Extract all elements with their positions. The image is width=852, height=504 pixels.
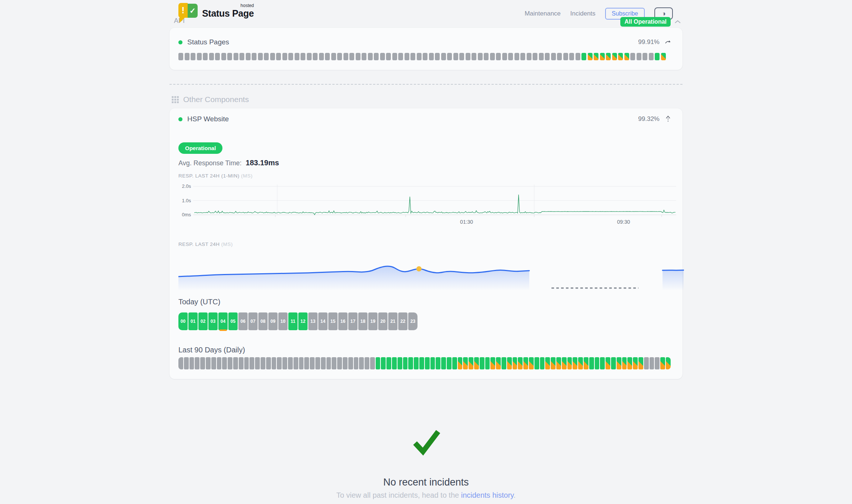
uptime-bar[interactable] [228,357,232,369]
hour-cell[interactable]: 06 [238,312,248,330]
uptime-bar[interactable] [527,53,531,60]
uptime-bar[interactable] [307,53,312,60]
uptime-bar[interactable] [539,53,544,60]
uptime-bar[interactable] [414,357,419,369]
uptime-bar[interactable] [569,53,574,60]
hour-cell[interactable]: 09 [268,312,278,330]
uptime-bar[interactable] [272,357,276,369]
uptime-bar[interactable] [203,53,208,60]
uptime-bar[interactable] [435,53,440,60]
incidents-history-link[interactable]: incidents history [461,491,514,499]
uptime-bar[interactable] [436,357,440,369]
uptime-bar[interactable] [466,53,470,60]
uptime-bar[interactable] [249,357,254,369]
uptime-bar[interactable] [478,53,483,60]
uptime-bar[interactable] [211,357,216,369]
uptime-bar[interactable] [380,53,385,60]
uptime-bar[interactable] [425,357,430,369]
uptime-bar[interactable] [185,53,189,60]
uptime-bar[interactable] [637,53,641,60]
uptime-bar[interactable] [638,357,643,369]
uptime-bar[interactable] [644,357,649,369]
uptime-bar[interactable] [261,357,265,369]
uptime-bar[interactable] [234,53,238,60]
hour-cell[interactable]: 12 [298,312,308,330]
uptime-bar[interactable] [264,53,269,60]
uptime-bar[interactable] [463,357,468,369]
uptime-bar[interactable] [423,53,427,60]
uptime-bar[interactable] [529,357,534,369]
uptime-bar[interactable] [189,357,194,369]
uptime-bar[interactable] [540,357,545,369]
brand[interactable]: ! ✓ hosted Status Page [178,3,254,24]
uptime-bar[interactable] [410,53,415,60]
uptime-bar[interactable] [490,357,495,369]
hour-cell[interactable]: 23 [408,312,417,330]
uptime-bar[interactable] [518,357,523,369]
uptime-bar[interactable] [452,357,457,369]
uptime-bar[interactable] [304,357,309,369]
uptime-bar[interactable] [405,53,409,60]
uptime-bar[interactable] [533,53,537,60]
uptime-bar[interactable] [374,53,379,60]
uptime-bar[interactable] [233,357,238,369]
uptime-bar[interactable] [295,53,299,60]
uptime-bar[interactable] [430,357,435,369]
hour-cell[interactable]: 17 [348,312,358,330]
uptime-bar[interactable] [496,53,501,60]
uptime-bar[interactable] [337,357,342,369]
uptime-bar[interactable] [277,357,282,369]
hour-cell[interactable]: 05 [228,312,238,330]
uptime-bar[interactable] [200,357,205,369]
hour-cell[interactable]: 10 [278,312,288,330]
uptime-bar[interactable] [606,53,611,60]
uptime-bar[interactable] [513,357,517,369]
uptime-bar[interactable] [381,357,386,369]
uptime-bar[interactable] [545,357,550,369]
uptime-bar[interactable] [600,357,605,369]
uptime-bar[interactable] [313,53,318,60]
hour-cell[interactable]: 04 [218,312,228,330]
hour-cell[interactable]: 15 [328,312,338,330]
uptime-bar[interactable] [458,357,463,369]
last-90-days-strip[interactable] [178,357,674,369]
hour-cell[interactable]: 20 [378,312,388,330]
uptime-bar[interactable] [661,53,666,60]
arrow-up-icon[interactable] [665,115,671,123]
uptime-bar[interactable] [178,53,183,60]
uptime-bar-strip[interactable] [178,53,674,60]
uptime-bar[interactable] [315,357,320,369]
uptime-bar[interactable] [326,357,331,369]
uptime-bar[interactable] [563,53,568,60]
uptime-bar[interactable] [523,357,528,369]
uptime-bar[interactable] [408,357,413,369]
uptime-bar[interactable] [480,357,484,369]
uptime-bar[interactable] [655,53,660,60]
uptime-bar[interactable] [643,53,647,60]
uptime-bar[interactable] [666,357,671,369]
uptime-bar[interactable] [453,53,458,60]
hour-cell[interactable]: 11 [288,312,298,330]
uptime-bar[interactable] [655,357,660,369]
today-hour-strip[interactable]: 0001020304050607080910111213141516171819… [178,312,674,330]
uptime-bar[interactable] [376,357,380,369]
uptime-bar[interactable] [624,53,629,60]
uptime-bar[interactable] [485,357,490,369]
uptime-bar[interactable] [244,357,249,369]
hour-cell[interactable]: 13 [308,312,318,330]
uptime-bar[interactable] [337,53,342,60]
refresh-icon[interactable] [665,39,671,45]
uptime-bar[interactable] [600,53,605,60]
hour-cell[interactable]: 22 [398,312,407,330]
hour-cell[interactable]: 01 [188,312,198,330]
uptime-bar[interactable] [392,357,397,369]
uptime-bar[interactable] [551,53,556,60]
uptime-bar[interactable] [209,53,214,60]
uptime-bar[interactable] [239,357,244,369]
uptime-bar[interactable] [441,357,446,369]
uptime-bar[interactable] [573,357,577,369]
uptime-bar[interactable] [417,53,422,60]
uptime-bar[interactable] [282,53,287,60]
uptime-bar[interactable] [301,53,305,60]
uptime-bar[interactable] [227,53,232,60]
